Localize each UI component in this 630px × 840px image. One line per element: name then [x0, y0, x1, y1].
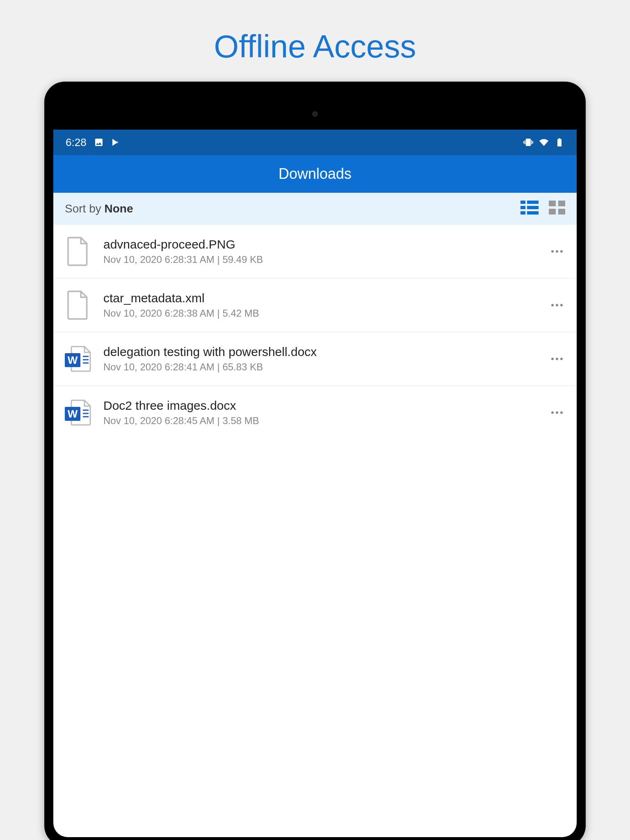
app-bar-title: Downloads — [278, 165, 352, 183]
file-info: ctar_metadata.xml Nov 10, 2020 6:28:38 A… — [103, 291, 538, 319]
status-left: 6:28 — [66, 136, 121, 149]
svg-rect-5 — [527, 211, 539, 215]
more-icon — [551, 250, 563, 253]
more-button[interactable] — [549, 250, 565, 253]
tablet-frame: 6:28 — [44, 82, 586, 840]
more-button[interactable] — [549, 411, 565, 414]
status-bar: 6:28 — [53, 130, 577, 155]
more-button[interactable] — [549, 358, 565, 360]
file-info: Doc2 three images.docx Nov 10, 2020 6:28… — [103, 399, 538, 427]
file-meta: Nov 10, 2020 6:28:45 AM | 3.58 MB — [103, 415, 538, 427]
vibrate-icon — [523, 137, 533, 147]
word-file-icon: W — [63, 397, 93, 429]
file-meta: Nov 10, 2020 6:28:31 AM | 59.49 KB — [103, 254, 538, 265]
svg-text:W: W — [68, 354, 78, 366]
list-view-button[interactable] — [520, 201, 539, 217]
page-title: Offline Access — [0, 0, 630, 82]
svg-rect-7 — [558, 201, 565, 206]
grid-view-icon — [549, 201, 565, 215]
view-toggles — [520, 201, 565, 217]
svg-rect-2 — [520, 206, 525, 209]
file-info: delegation testing with powershell.docx … — [103, 345, 538, 373]
sort-bar: Sort by None — [53, 193, 577, 225]
svg-rect-4 — [520, 211, 525, 215]
file-meta: Nov 10, 2020 6:28:38 AM | 5.42 MB — [103, 308, 538, 319]
screen: 6:28 — [53, 130, 577, 837]
file-row[interactable]: ctar_metadata.xml Nov 10, 2020 6:28:38 A… — [53, 278, 577, 332]
svg-rect-6 — [549, 201, 556, 206]
file-name: delegation testing with powershell.docx — [103, 345, 538, 359]
file-name: advnaced-proceed.PNG — [103, 237, 538, 251]
grid-view-button[interactable] — [549, 201, 565, 217]
tablet-camera — [312, 111, 318, 117]
file-name: ctar_metadata.xml — [103, 291, 538, 305]
battery-icon — [555, 137, 564, 147]
more-icon — [551, 358, 563, 360]
svg-text:W: W — [68, 408, 78, 420]
svg-rect-9 — [558, 209, 565, 215]
file-name: Doc2 three images.docx — [103, 399, 538, 413]
more-icon — [551, 411, 563, 414]
svg-rect-8 — [549, 209, 556, 215]
file-meta: Nov 10, 2020 6:28:41 AM | 65.83 KB — [103, 361, 538, 373]
file-row[interactable]: advnaced-proceed.PNG Nov 10, 2020 6:28:3… — [53, 225, 577, 278]
word-file-icon: W — [63, 343, 93, 375]
svg-rect-3 — [527, 206, 539, 209]
wifi-icon — [539, 137, 549, 147]
file-row[interactable]: W delegation testing with powershell.doc… — [53, 332, 577, 386]
app-bar: Downloads — [53, 155, 577, 193]
list-view-icon — [520, 201, 539, 215]
sort-value: None — [104, 202, 133, 215]
play-store-icon — [111, 137, 121, 147]
more-icon — [551, 304, 563, 306]
svg-rect-1 — [527, 201, 539, 204]
sort-prefix: Sort by — [65, 202, 104, 215]
sort-button[interactable]: Sort by None — [65, 202, 133, 215]
generic-file-icon — [63, 289, 93, 321]
file-row[interactable]: W Doc2 three images.docx Nov 10, 2020 6:… — [53, 386, 577, 439]
file-info: advnaced-proceed.PNG Nov 10, 2020 6:28:3… — [103, 237, 538, 265]
status-time: 6:28 — [66, 136, 87, 149]
tablet-inner: 6:28 — [53, 91, 577, 837]
status-right — [523, 137, 564, 147]
image-icon — [94, 137, 104, 147]
svg-rect-0 — [520, 201, 525, 204]
more-button[interactable] — [549, 304, 565, 306]
generic-file-icon — [63, 235, 93, 267]
file-list: advnaced-proceed.PNG Nov 10, 2020 6:28:3… — [53, 225, 577, 439]
